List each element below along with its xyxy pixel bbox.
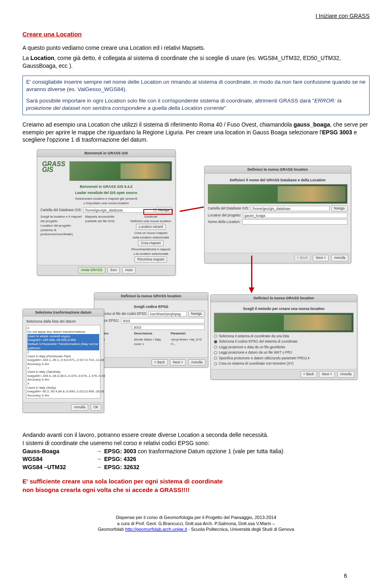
- t: Specifica proiezione e datum utilizzando…: [219, 356, 310, 361]
- rinomina-button[interactable]: Rinomina mapset: [134, 256, 167, 263]
- instruction-p: Creiamo ad esempio una Location che util…: [22, 121, 370, 144]
- locname-input[interactable]: [242, 219, 347, 225]
- radio-option[interactable]: Specifica proiezione e datum utilizzando…: [214, 356, 354, 361]
- t: Selezionare location e mapset gia' prese…: [40, 197, 172, 201]
- naviga-button[interactable]: Naviga: [331, 205, 347, 212]
- win-title: Definisci la nuova GRASS location: [94, 293, 208, 300]
- t: Gauss-Boaga: [22, 448, 96, 456]
- warning-2: non bisogna crearla ogni volta che si ac…: [22, 485, 370, 494]
- epsg-path-input[interactable]: /usr/share/proj/epsg: [148, 311, 187, 316]
- t: 0: [27, 326, 99, 330]
- ok-button[interactable]: OK: [91, 404, 101, 410]
- db-input[interactable]: /home/geo/gis_database: [251, 206, 329, 211]
- footer-p2: I sistemi di coordinate che useremo nel …: [22, 439, 370, 448]
- t: o impostare una nuova location: [40, 201, 172, 206]
- t: (sistema di proiezione/coordinate): [40, 228, 82, 237]
- credits-link[interactable]: http://geomorfolab.arch.unige.it: [125, 527, 187, 532]
- choose-method-window: Definisci la nuova GRASS location Scegli…: [210, 294, 357, 380]
- arrow-icon: →: [96, 463, 102, 472]
- t: (cartella dei file GIS): [85, 219, 127, 224]
- next-button[interactable]: Next >: [170, 359, 186, 365]
- page-header: I Iniziare con GRASS: [22, 12, 370, 20]
- t: Used in Italy (Peninsular Part): [27, 354, 99, 359]
- page-number: 6: [344, 572, 347, 579]
- t: Accuracy 3-4m: [27, 362, 99, 366]
- win-title: Benvenuti in GRASS GIS: [37, 150, 175, 157]
- back-button[interactable]: < Back: [151, 359, 168, 365]
- datum-window: Seleziona trasformazione datum Seleziona…: [22, 309, 104, 412]
- location-wizard-button[interactable]: Location wizard: [136, 224, 166, 230]
- screenshot-collage: Benvenuti in GRASS GIS GRASSGIS Benvenut…: [22, 149, 370, 419]
- arrow-icon: →: [96, 448, 102, 456]
- epsg-code-input[interactable]: 3003: [121, 318, 205, 323]
- t: WGS84: [22, 455, 96, 463]
- t: , come già detto, è collegata al sistema…: [22, 55, 341, 69]
- highlight-location-wizard: [143, 209, 173, 215]
- grass-logo: GRASSGIS: [40, 160, 67, 183]
- t: - Scuola Politecnica, Università degli S…: [187, 527, 294, 532]
- radio-option[interactable]: Seleziona il sistema di coordinate da un…: [214, 334, 354, 338]
- t: towgs84=-104.1,-49.1,-9.9,0.971,-2.917,0…: [27, 358, 99, 362]
- t: towgs84=-225.000,-65.000,9.000: [28, 338, 99, 342]
- t: Leggi proiezione e datum da un file WKT …: [219, 350, 292, 355]
- intro-p1: A questo punto vediamo come creare una L…: [22, 44, 370, 52]
- welcome-heading: Benvenuti in GRASS GIS 6.4.2: [40, 184, 172, 189]
- annulla-button[interactable]: Annulla: [337, 371, 354, 377]
- datum-listbox[interactable]: 0 Do not apply any datum transformations…: [26, 325, 100, 399]
- aiuto-button[interactable]: Aiuto: [122, 267, 136, 273]
- win-title: Definisci la nuova GRASS location: [205, 166, 351, 173]
- t: Creiamo ad esempio una Location che util…: [22, 121, 294, 128]
- annulla-button[interactable]: Annulla: [71, 404, 88, 410]
- location-input[interactable]: gauss_boaga: [243, 213, 347, 218]
- radio-option[interactable]: Leggi proiezione e datum da un file WKT …: [214, 350, 354, 355]
- crea-mapset-button[interactable]: Crea mapset: [138, 240, 164, 246]
- label: Cartella del Database GIS:: [208, 206, 249, 211]
- col-h: Parametri: [171, 332, 205, 336]
- footer-p1: Andando avanti con il lavoro, potranno e…: [22, 431, 370, 439]
- banner-image: [208, 184, 347, 204]
- radio-option-selected[interactable]: Seleziona il codice EPSG del sistema di …: [214, 339, 354, 344]
- banner-image: [69, 161, 172, 181]
- t: o la location selezionata: [130, 252, 172, 256]
- naviga-button[interactable]: Naviga: [188, 311, 205, 317]
- back-button[interactable]: < Back: [294, 255, 311, 261]
- sub-heading: Scegli codice EPSG: [98, 304, 205, 309]
- t: Mapsets accessibile: [85, 215, 127, 219]
- win-title: Definisci la nuova GRASS location: [211, 295, 357, 302]
- search-input[interactable]: 3003: [132, 325, 205, 330]
- win-title: Seleziona trasformazione datum: [23, 309, 104, 316]
- label: Location del progetto:: [208, 213, 241, 218]
- t: Gestione: [130, 215, 172, 219]
- radio-option[interactable]: Crea un sistema di coordinate non terres…: [214, 361, 354, 366]
- next-button[interactable]: Next >: [313, 255, 329, 261]
- esci-button[interactable]: Esci: [107, 267, 120, 273]
- t: Crea un nuovo mapset: [130, 231, 172, 236]
- t: Default 3-Parameter Transformation (May …: [28, 342, 99, 350]
- t: 2: [27, 350, 99, 354]
- t: EPSG 3003: [322, 129, 352, 136]
- t: EPSG: 32632: [104, 464, 139, 470]
- section-title: Creare una Location: [22, 30, 370, 38]
- back-button[interactable]: < Back: [301, 371, 317, 377]
- t: EPSG: 3003: [104, 448, 136, 454]
- annulla-button[interactable]: Annulla: [331, 255, 348, 261]
- annulla-button[interactable]: Annulla: [188, 359, 205, 365]
- t: Definisci una nuova location: [130, 219, 172, 224]
- avvia-button[interactable]: Avvia GRASS: [78, 267, 105, 273]
- t: La: [22, 55, 30, 61]
- footer-block: Andando avanti con il lavoro, potranno e…: [22, 431, 370, 494]
- t: EPSG: 4326: [104, 456, 136, 462]
- t: Sarà possibile importare in ogni Locatio…: [26, 98, 314, 104]
- t: Rinomina/elimina il mapset: [130, 247, 172, 252]
- radio-option[interactable]: Leggi proiezioni e data da un file geori…: [214, 345, 354, 350]
- epsg-row: WGS84 →EPSG: 4326: [22, 455, 370, 463]
- t: towgs84=-168.6,-34.0,38.6,-0.374,-0.679,…: [27, 374, 99, 378]
- t: a cura di Prof. Geol. G.Brancucci, Dott.…: [22, 521, 370, 526]
- t: gauss_boaga: [294, 121, 330, 128]
- intro-p2: La Location, come già detto, è collegata…: [22, 54, 370, 70]
- next-button[interactable]: Next >: [319, 371, 335, 377]
- advice-box: E' consigliabile inserire sempre nel nom…: [22, 76, 370, 115]
- define-location-window: Definisci la nuova GRASS location Defini…: [204, 166, 351, 263]
- t: Location del progetto: [40, 224, 82, 228]
- t: Seleziona il codice EPSG del sistema di …: [219, 339, 298, 344]
